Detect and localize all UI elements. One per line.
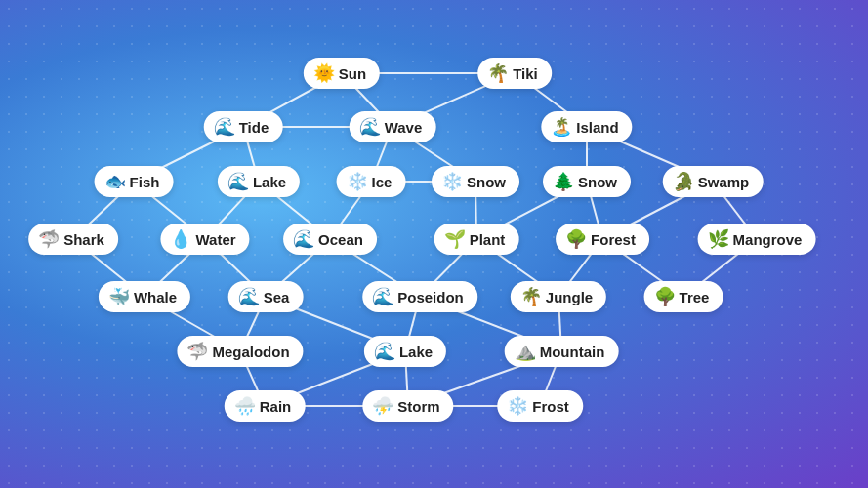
node-label-wave: Wave bbox=[385, 119, 423, 136]
node-icon-lake1: 🌊 bbox=[227, 171, 249, 192]
node-label-ocean: Ocean bbox=[318, 231, 363, 248]
node-label-island: Island bbox=[576, 119, 618, 136]
node-icon-fish: 🐟 bbox=[104, 171, 126, 192]
node-fish: 🐟Fish bbox=[95, 166, 174, 197]
node-label-mountain: Mountain bbox=[540, 344, 605, 360]
node-label-poseidon: Poseidon bbox=[397, 289, 464, 305]
node-frost: ❄️Frost bbox=[497, 390, 583, 422]
node-tree: 🌳Tree bbox=[644, 281, 723, 312]
node-label-tide: Tide bbox=[239, 119, 269, 136]
node-icon-whale: 🐳 bbox=[108, 286, 130, 307]
node-icon-tree: 🌳 bbox=[654, 286, 676, 307]
node-icon-megalodon: 🦈 bbox=[186, 341, 208, 362]
node-label-snow2: Snow bbox=[578, 174, 617, 190]
node-label-sea: Sea bbox=[264, 289, 290, 305]
node-label-mangrove: Mangrove bbox=[733, 231, 803, 248]
node-label-shark: Shark bbox=[63, 231, 104, 248]
node-icon-ice: ❄️ bbox=[347, 171, 368, 192]
node-icon-poseidon: 🌊 bbox=[372, 286, 393, 307]
node-mangrove: 🌿Mangrove bbox=[698, 224, 816, 255]
node-mountain: ⛰️Mountain bbox=[505, 336, 619, 367]
node-swamp: 🐊Swamp bbox=[663, 166, 764, 197]
node-icon-shark: 🦈 bbox=[38, 228, 60, 250]
graph-container: 🌞Sun🌴Tiki🌊Tide🌊Wave🏝️Island🐟Fish🌊Lake❄️I… bbox=[0, 0, 868, 488]
node-icon-water: 💧 bbox=[170, 228, 191, 250]
node-label-lake1: Lake bbox=[253, 174, 286, 190]
node-icon-snow1: ❄️ bbox=[441, 171, 463, 192]
node-label-megalodon: Megalodon bbox=[212, 344, 289, 360]
node-icon-island: 🏝️ bbox=[551, 116, 572, 138]
node-water: 💧Water bbox=[160, 224, 249, 255]
node-icon-frost: ❄️ bbox=[507, 395, 528, 417]
node-sea: 🌊Sea bbox=[228, 281, 304, 312]
node-icon-tiki: 🌴 bbox=[487, 62, 509, 84]
node-sun: 🌞Sun bbox=[304, 58, 380, 89]
node-label-storm: Storm bbox=[397, 398, 439, 415]
node-icon-lake2: 🌊 bbox=[374, 341, 395, 362]
node-label-frost: Frost bbox=[532, 398, 569, 415]
node-icon-forest: 🌳 bbox=[565, 228, 587, 250]
node-icon-sun: 🌞 bbox=[313, 62, 335, 84]
node-label-tree: Tree bbox=[680, 289, 710, 305]
node-rain: 🌧️Rain bbox=[225, 390, 306, 422]
node-label-ice: Ice bbox=[372, 174, 393, 190]
node-lake2: 🌊Lake bbox=[364, 336, 446, 367]
node-label-fish: Fish bbox=[130, 174, 160, 190]
node-snow1: ❄️Snow bbox=[432, 166, 519, 197]
node-poseidon: 🌊Poseidon bbox=[362, 281, 477, 312]
node-lake1: 🌊Lake bbox=[218, 166, 300, 197]
node-label-forest: Forest bbox=[591, 231, 636, 248]
node-tide: 🌊Tide bbox=[204, 111, 283, 142]
node-icon-snow2: 🌲 bbox=[553, 171, 574, 192]
node-tiki: 🌴Tiki bbox=[477, 58, 552, 89]
node-icon-sea: 🌊 bbox=[238, 286, 260, 307]
node-label-water: Water bbox=[195, 231, 235, 248]
node-icon-mountain: ⛰️ bbox=[515, 341, 536, 362]
node-megalodon: 🦈Megalodon bbox=[177, 336, 303, 367]
node-label-sun: Sun bbox=[339, 65, 366, 82]
node-forest: 🌳Forest bbox=[556, 224, 649, 255]
node-plant: 🌱Plant bbox=[434, 224, 519, 255]
node-icon-plant: 🌱 bbox=[444, 228, 466, 250]
node-shark: 🦈Shark bbox=[28, 224, 118, 255]
node-label-lake2: Lake bbox=[399, 344, 433, 360]
node-icon-tide: 🌊 bbox=[214, 116, 235, 138]
node-ice: ❄️Ice bbox=[337, 166, 406, 197]
node-label-jungle: Jungle bbox=[546, 289, 593, 305]
node-wave: 🌊Wave bbox=[350, 111, 436, 142]
node-icon-rain: 🌧️ bbox=[234, 395, 256, 417]
node-icon-storm: ⛈️ bbox=[372, 395, 393, 417]
node-label-whale: Whale bbox=[134, 289, 177, 305]
node-storm: ⛈️Storm bbox=[362, 390, 453, 422]
node-whale: 🐳Whale bbox=[99, 281, 190, 312]
node-label-swamp: Swamp bbox=[698, 174, 750, 190]
node-island: 🏝️Island bbox=[541, 111, 632, 142]
node-icon-swamp: 🐊 bbox=[673, 171, 694, 192]
node-icon-ocean: 🌊 bbox=[293, 228, 314, 250]
node-label-tiki: Tiki bbox=[513, 65, 538, 82]
node-snow2: 🌲Snow bbox=[543, 166, 631, 197]
node-icon-wave: 🌊 bbox=[359, 116, 381, 138]
node-label-snow1: Snow bbox=[467, 174, 506, 190]
node-icon-jungle: 🌴 bbox=[520, 286, 542, 307]
node-icon-mangrove: 🌿 bbox=[708, 228, 729, 250]
node-jungle: 🌴Jungle bbox=[511, 281, 606, 312]
node-label-plant: Plant bbox=[470, 231, 506, 248]
node-ocean: 🌊Ocean bbox=[283, 224, 377, 255]
node-label-rain: Rain bbox=[260, 398, 292, 415]
